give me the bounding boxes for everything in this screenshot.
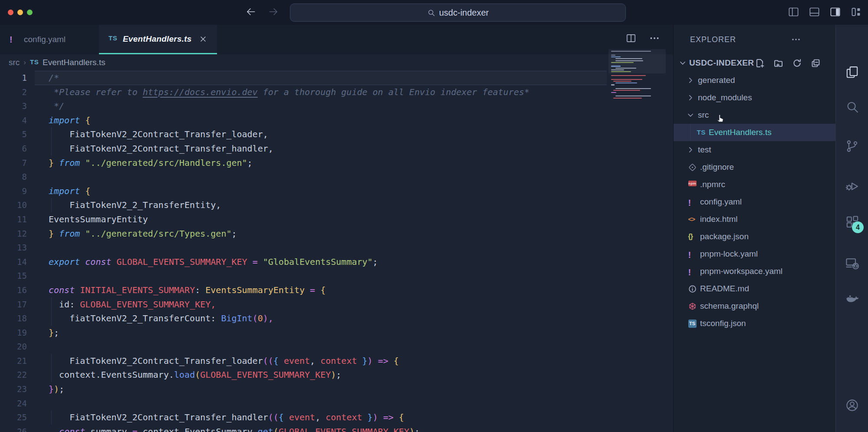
tree-item-package-json[interactable]: {}package.json [674, 228, 836, 245]
tree-item--gitignore[interactable]: .gitignore [674, 158, 836, 176]
new-file-icon[interactable] [755, 59, 764, 68]
code-line-15[interactable]: 15 [0, 269, 673, 283]
code-line-12[interactable]: 12} from "../generated/src/Types.gen"; [0, 227, 673, 241]
chevron-down-icon [687, 111, 694, 119]
activity-run-and-debug[interactable] [836, 173, 868, 197]
code-line-19[interactable]: 19}; [0, 326, 673, 340]
tree-item-eventhandlers-ts[interactable]: TSEventHandlers.ts [674, 124, 836, 141]
code-line-1[interactable]: 1/* [0, 71, 673, 85]
split-editor-icon[interactable] [625, 33, 637, 44]
back-arrow-icon[interactable] [245, 6, 256, 17]
files-icon [845, 65, 859, 79]
code-line-14[interactable]: 14export const GLOBAL_EVENTS_SUMMARY_KEY… [0, 255, 673, 269]
explorer-header: EXPLORER [674, 25, 836, 54]
zoom-window-button[interactable] [27, 10, 33, 15]
code-line-6[interactable]: 6 FiatTokenV2_2Contract_Transfer_handler… [0, 142, 673, 156]
code-line-16[interactable]: 16const INITIAL_EVENTS_SUMMARY: EventsSu… [0, 283, 673, 297]
tree-item-label: README.md [700, 284, 749, 293]
tree-item-index-html[interactable]: <>index.html [674, 211, 836, 228]
explorer-more-actions-icon[interactable] [791, 34, 801, 45]
ts-box-file-icon: TS [688, 320, 697, 328]
tree-item-tsconfig-json[interactable]: TStsconfig.json [674, 315, 836, 332]
minimap-line [611, 75, 646, 76]
panel-right-icon[interactable] [829, 6, 841, 18]
new-folder-icon[interactable] [774, 59, 783, 68]
activity-explorer[interactable] [836, 60, 868, 84]
activity-docker[interactable] [836, 287, 868, 311]
close-tab-icon[interactable] [199, 35, 207, 43]
refresh-explorer-icon[interactable] [792, 59, 802, 68]
code-line-13[interactable]: 13 [0, 241, 673, 255]
more-actions-icon[interactable] [649, 33, 660, 44]
tree-item-config-yaml[interactable]: !config.yaml [674, 193, 836, 211]
activity-remote-explorer[interactable] [836, 251, 868, 275]
line-number: 13 [0, 241, 27, 255]
code-line-26[interactable]: 26 const summary = context.EventsSummary… [0, 425, 673, 432]
explorer-title: EXPLORER [690, 35, 736, 44]
code-line-9[interactable]: 9import { [0, 184, 673, 198]
tree-item-node-modules[interactable]: node_modules [674, 89, 836, 106]
code-line-10[interactable]: 10 FiatTokenV2_2_TransferEntity, [0, 198, 673, 212]
code-editor[interactable]: 1/*2 *Please refer to https://docs.envio… [0, 71, 673, 432]
collapse-folders-icon[interactable] [811, 59, 820, 68]
chevron-right-icon [687, 94, 694, 102]
code-line-11[interactable]: 11EventsSummaryEntity [0, 212, 673, 227]
tab-config-yaml[interactable]: !config.yaml [0, 25, 89, 54]
minimap-line [611, 66, 621, 66]
close-window-button[interactable] [8, 10, 13, 15]
line-number: 7 [0, 156, 27, 170]
code-line-8[interactable]: 8 [0, 170, 673, 184]
tree-item-readme-md[interactable]: README.md [674, 280, 836, 297]
search-icon [845, 100, 859, 114]
line-number: 20 [0, 340, 27, 354]
code-line-20[interactable]: 20 [0, 340, 673, 354]
code-line-5[interactable]: 5 FiatTokenV2_2Contract_Transfer_loader, [0, 127, 673, 142]
minimize-window-button[interactable] [17, 10, 23, 15]
panel-left-icon[interactable] [788, 6, 799, 18]
code-line-22[interactable]: 22 context.EventsSummary.load(GLOBAL_EVE… [0, 368, 673, 382]
history-nav [245, 6, 279, 17]
tree-item-test[interactable]: test [674, 141, 836, 158]
tree-item--npmrc[interactable]: npm.npmrc [674, 176, 836, 193]
code-line-3[interactable]: 3 */ [0, 99, 673, 113]
line-number: 1 [0, 71, 27, 85]
title-bar: usdc-indexer [0, 0, 868, 25]
editor-actions [625, 33, 660, 44]
code-line-2[interactable]: 2 *Please refer to https://docs.envio.de… [0, 85, 673, 99]
chevron-right-icon [687, 76, 694, 84]
minimap[interactable] [611, 51, 663, 101]
tree-item-pnpm-workspace-yaml[interactable]: !pnpm-workspace.yaml [674, 263, 836, 280]
line-number: 17 [0, 297, 27, 312]
tree-item-src[interactable]: src [674, 106, 836, 124]
code-line-24[interactable]: 24 [0, 396, 673, 411]
code-line-4[interactable]: 4import { [0, 113, 673, 128]
command-center-search[interactable]: usdc-indexer [290, 3, 626, 22]
code-line-18[interactable]: 18 fiatTokenV2_2_TransferCount: BigInt(0… [0, 311, 673, 326]
code-line-21[interactable]: 21 FiatTokenV2_2Contract_Transfer_loader… [0, 354, 673, 368]
workspace-root-row[interactable]: USDC-INDEXER [674, 54, 836, 72]
breadcrumb-folder[interactable]: src [9, 58, 20, 67]
breadcrumb-separator-icon: › [23, 58, 26, 67]
breadcrumb-file[interactable]: EventHandlers.ts [43, 58, 105, 67]
code-line-7[interactable]: 7} from "../generated/src/Handlers.gen"; [0, 156, 673, 170]
minimap-line [611, 62, 634, 63]
activity-source-control[interactable] [836, 134, 868, 158]
npm-file-icon: npm [688, 181, 697, 189]
activity-search[interactable] [836, 95, 868, 119]
minimap-line [611, 55, 615, 56]
tree-item-schema-graphql[interactable]: schema.graphql [674, 297, 836, 315]
minimap-line [611, 56, 621, 57]
activity-account[interactable] [836, 393, 868, 417]
activity-extensions[interactable]: 4 [836, 210, 868, 234]
panel-bottom-icon[interactable] [809, 6, 820, 18]
forward-arrow-icon[interactable] [268, 6, 279, 17]
tree-item-generated[interactable]: generated [674, 72, 836, 89]
tab-eventhandlers-ts[interactable]: TSEventHandlers.ts [99, 25, 217, 54]
minimap-line [611, 84, 615, 85]
customize-layout-icon[interactable] [850, 6, 862, 18]
tree-item-pnpm-lock-yaml[interactable]: !pnpm-lock.yaml [674, 245, 836, 263]
minimap-line [613, 98, 642, 99]
code-line-25[interactable]: 25 FiatTokenV2_2Contract_Transfer_handle… [0, 410, 673, 425]
code-line-17[interactable]: 17 id: GLOBAL_EVENTS_SUMMARY_KEY, [0, 297, 673, 312]
code-line-23[interactable]: 23}); [0, 382, 673, 396]
